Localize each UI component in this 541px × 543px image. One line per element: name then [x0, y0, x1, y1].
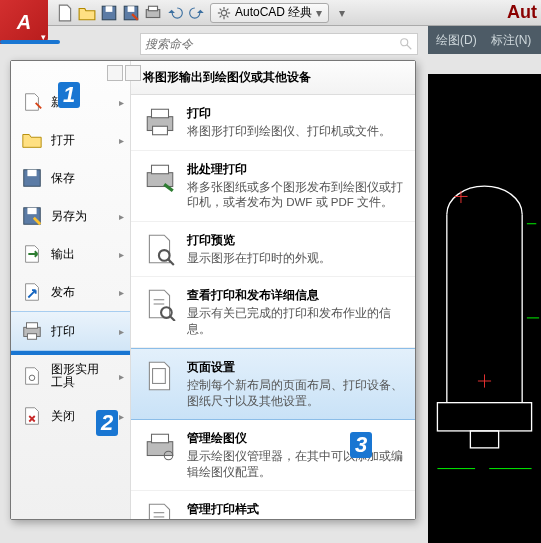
svg-line-11	[220, 8, 222, 10]
title: 打印预览	[187, 232, 331, 249]
svg-rect-40	[147, 172, 173, 186]
qat-saveas-icon[interactable]	[122, 4, 140, 22]
menu-draw[interactable]: 绘图(D)	[436, 32, 477, 49]
view-icon-1[interactable]	[107, 65, 123, 81]
appmenu-open[interactable]: 打开 ▸	[11, 121, 130, 159]
desc: 显示有关已完成的打印和发布作业的信息。	[187, 306, 403, 337]
autocad-logo-icon: A	[17, 11, 31, 34]
desc: 将图形打印到绘图仪、打印机或文件。	[187, 124, 391, 140]
appmenu-utilities[interactable]: 图形实用 工具 ▸	[11, 355, 130, 397]
label: 关闭	[51, 408, 75, 425]
appmenu-saveas[interactable]: 另存为 ▸	[11, 197, 130, 235]
view-icon-2[interactable]	[125, 65, 141, 81]
submenu-print-details[interactable]: 查看打印和发布详细信息显示有关已完成的打印和发布作业的信息。	[131, 277, 415, 348]
submenu-print-preview[interactable]: 打印预览显示图形在打印时的外观。	[131, 222, 415, 278]
svg-rect-20	[470, 431, 498, 448]
svg-rect-50	[152, 434, 169, 443]
floppy-icon	[21, 167, 43, 189]
appmenu-export[interactable]: 输出 ▸	[11, 235, 130, 273]
workspace-label: AutoCAD 经典	[235, 4, 312, 21]
label: 打开	[51, 132, 75, 149]
search-icon	[399, 37, 413, 51]
doc-cloud-icon	[21, 281, 43, 303]
svg-point-6	[221, 10, 226, 15]
doc-export-icon	[21, 243, 43, 265]
plotter-icon	[143, 430, 177, 464]
label: 另存为	[51, 208, 87, 225]
doc-mag-icon	[143, 232, 177, 266]
title: 批处理打印	[187, 161, 403, 178]
svg-line-13	[220, 15, 222, 17]
chevron-right-icon: ▸	[119, 411, 124, 422]
annotation-3: 3	[350, 432, 372, 458]
appmenu-publish[interactable]: 发布 ▸	[11, 273, 130, 311]
qat-redo-icon[interactable]	[188, 4, 206, 22]
appmenu-right-column: 将图形输出到绘图仪或其他设备 打印将图形打印到绘图仪、打印机或文件。 批处理打印…	[131, 61, 415, 519]
submenu-manage-plotters[interactable]: 管理绘图仪显示绘图仪管理器，在其中可以添加或编辑绘图仪配置。	[131, 420, 415, 491]
title: 查看打印和发布详细信息	[187, 287, 403, 304]
printer-batch-icon	[143, 161, 177, 195]
appmenu-print[interactable]: 打印 ▸	[11, 311, 130, 351]
printer-icon	[143, 105, 177, 139]
annotation-1: 1	[58, 82, 80, 108]
qat-undo-icon[interactable]	[166, 4, 184, 22]
svg-rect-34	[27, 323, 38, 329]
qat-open-icon[interactable]	[78, 4, 96, 22]
submenu-manage-print-styles[interactable]: 管理打印样式显示打印样式管理器，从中可以修改打印	[131, 491, 415, 519]
workspace-dropdown[interactable]: AutoCAD 经典 ▾	[210, 3, 329, 23]
doc-new-icon	[21, 91, 43, 113]
svg-point-15	[401, 39, 408, 46]
svg-rect-41	[152, 165, 169, 174]
drawing-canvas[interactable]	[428, 74, 541, 543]
qat-save-icon[interactable]	[100, 4, 118, 22]
annotation-underline	[0, 40, 60, 44]
submenu-batch-print[interactable]: 批处理打印将多张图纸或多个图形发布到绘图仪或打印机，或者发布为 DWF 或 PD…	[131, 151, 415, 222]
svg-line-16	[407, 45, 411, 49]
menu-annotate[interactable]: 标注(N)	[491, 32, 532, 49]
floppy-pencil-icon	[21, 205, 43, 227]
svg-rect-1	[106, 6, 113, 12]
chevron-right-icon: ▸	[119, 135, 124, 146]
command-search	[140, 33, 418, 55]
printer-icon	[21, 320, 43, 342]
qat-more-icon[interactable]: ▾	[333, 4, 351, 22]
title: 打印	[187, 105, 391, 122]
chevron-right-icon: ▸	[119, 371, 124, 382]
label: 图形实用 工具	[51, 363, 99, 389]
desc: 将多张图纸或多个图形发布到绘图仪或打印机，或者发布为 DWF 或 PDF 文件。	[187, 180, 403, 211]
svg-line-14	[227, 8, 229, 10]
chevron-right-icon: ▸	[119, 326, 124, 337]
submenu-page-setup[interactable]: 页面设置控制每个新布局的页面布局、打印设备、图纸尺寸以及其他设置。	[131, 348, 415, 420]
svg-line-47	[171, 317, 175, 321]
doc-close-icon	[21, 405, 43, 427]
annotation-2: 2	[96, 410, 118, 436]
svg-rect-19	[437, 403, 531, 431]
desc: 控制每个新布局的页面布局、打印设备、图纸尺寸以及其他设置。	[187, 378, 403, 409]
doc-style-icon	[143, 501, 177, 519]
label: 保存	[51, 170, 75, 187]
appmenu-right-header: 将图形输出到绘图仪或其他设备	[131, 61, 415, 95]
qat-new-icon[interactable]	[56, 4, 74, 22]
svg-rect-30	[27, 170, 36, 176]
svg-rect-3	[128, 6, 135, 12]
menu-bar-fragment: 绘图(D) 标注(N)	[428, 26, 541, 54]
label: 输出	[51, 246, 75, 263]
gear-icon	[217, 6, 231, 20]
doc-gear-icon	[143, 359, 177, 393]
title: 管理打印样式	[187, 501, 403, 518]
recent-docs-toggle[interactable]	[107, 65, 141, 81]
quick-access-toolbar: AutoCAD 经典 ▾ ▾	[0, 0, 541, 26]
search-input[interactable]	[145, 37, 399, 51]
folder-open-icon	[21, 129, 43, 151]
svg-rect-49	[147, 442, 173, 456]
qat-print-icon[interactable]	[144, 4, 162, 22]
submenu-print[interactable]: 打印将图形打印到绘图仪、打印机或文件。	[131, 95, 415, 151]
chevron-right-icon: ▸	[119, 287, 124, 298]
application-menu-button[interactable]: A ▾	[0, 0, 48, 44]
chevron-down-icon: ▾	[316, 6, 322, 20]
appmenu-left-column: 新建 ▸ 打开 ▸ 保存 另存为 ▸ 输出 ▸ 发布 ▸ 打印	[11, 61, 131, 519]
svg-rect-39	[153, 126, 168, 135]
svg-rect-32	[27, 208, 36, 214]
svg-rect-5	[149, 6, 158, 11]
appmenu-save[interactable]: 保存	[11, 159, 130, 197]
